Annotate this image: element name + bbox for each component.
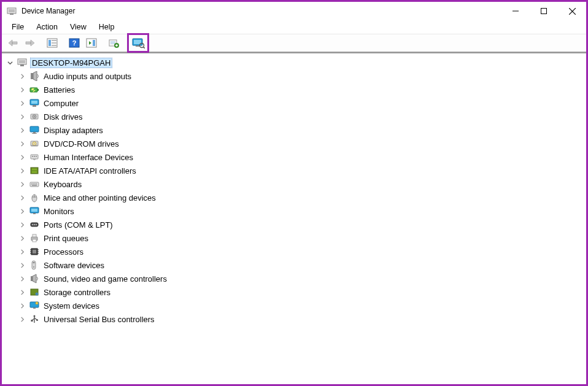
action-pane-button[interactable] <box>83 35 100 51</box>
tree-category-label: IDE ATA/ATAPI controllers <box>42 166 137 176</box>
storage-controller-icon <box>29 287 40 298</box>
chevron-right-icon[interactable] <box>18 234 26 242</box>
tree-category-label: System devices <box>42 301 101 311</box>
menu-help[interactable]: Help <box>93 21 121 33</box>
chevron-right-icon[interactable] <box>18 72 26 80</box>
tree-category[interactable]: DVD/CD-ROM drives <box>3 137 585 150</box>
tree-root-label: DESKTOP-M94PGAH <box>30 58 112 68</box>
tree-category[interactable]: IDE ATA/ATAPI controllers <box>3 164 585 177</box>
ide-controller-icon <box>29 165 40 176</box>
tree-category[interactable]: Storage controllers <box>3 285 585 299</box>
app-icon <box>7 6 17 16</box>
device-manager-window: Device Manager File Action View Help <box>0 0 588 386</box>
device-tree[interactable]: DESKTOP-M94PGAH Audio inputs and outputs… <box>2 53 586 328</box>
tree-category[interactable]: Disk drives <box>3 110 585 123</box>
tree-category-label: Universal Serial Bus controllers <box>42 315 156 324</box>
scan-hardware-button[interactable] <box>127 33 149 53</box>
tree-category[interactable]: System devices <box>3 299 585 312</box>
svg-rect-1 <box>10 14 14 15</box>
tree-category[interactable]: Human Interface Devices <box>3 150 585 164</box>
svg-rect-27 <box>20 64 24 66</box>
speaker-icon <box>29 71 40 82</box>
display-adapter-icon <box>29 125 40 136</box>
chevron-right-icon[interactable] <box>18 274 26 283</box>
tree-category-label: Mice and other pointing devices <box>42 193 157 203</box>
chevron-right-icon[interactable] <box>18 126 26 134</box>
tree-category[interactable]: Audio inputs and outputs <box>3 69 585 83</box>
tree-category[interactable]: Mice and other pointing devices <box>3 191 585 204</box>
update-driver-button[interactable] <box>105 35 122 51</box>
optical-drive-icon <box>29 138 40 149</box>
minimize-button[interactable] <box>501 2 530 20</box>
tree-category-label: Display adapters <box>42 126 104 135</box>
tree-category[interactable]: Keyboards <box>3 177 585 191</box>
hid-icon <box>29 152 40 163</box>
help-button[interactable]: ? <box>66 35 83 51</box>
chevron-right-icon[interactable] <box>18 139 26 148</box>
maximize-button[interactable] <box>530 2 558 20</box>
chevron-right-icon[interactable] <box>18 288 26 296</box>
tree-category-label: Print queues <box>42 234 90 243</box>
svg-line-24 <box>144 47 145 49</box>
svg-rect-15 <box>93 40 95 46</box>
sound-controller-icon <box>29 273 40 284</box>
usb-icon <box>29 314 40 325</box>
tree-category[interactable]: Sound, video and game controllers <box>3 272 585 285</box>
port-icon <box>29 219 40 230</box>
svg-rect-22 <box>136 45 139 47</box>
tree-category-label: Software devices <box>42 261 106 270</box>
chevron-right-icon[interactable] <box>18 112 26 121</box>
svg-rect-4 <box>541 9 547 14</box>
chevron-right-icon[interactable] <box>18 220 26 229</box>
tree-category-label: Batteries <box>42 85 76 95</box>
computer-icon <box>29 98 40 109</box>
battery-icon <box>29 84 40 95</box>
tree-category[interactable]: Batteries <box>3 83 585 96</box>
tree-category[interactable]: Computer <box>3 96 585 110</box>
chevron-right-icon[interactable] <box>18 99 26 107</box>
printer-icon <box>29 233 40 244</box>
close-button[interactable] <box>558 2 586 20</box>
chevron-right-icon[interactable] <box>18 166 26 175</box>
mouse-icon <box>29 192 40 203</box>
tree-category-label: Storage controllers <box>42 288 112 297</box>
chevron-right-icon[interactable] <box>18 301 26 310</box>
tree-root[interactable]: DESKTOP-M94PGAH <box>3 56 585 69</box>
monitor-icon <box>29 206 40 217</box>
svg-rect-8 <box>48 40 51 46</box>
chevron-right-icon[interactable] <box>18 315 26 323</box>
tree-category[interactable]: Ports (COM & LPT) <box>3 218 585 231</box>
menu-file[interactable]: File <box>6 21 30 33</box>
tree-category-label: Audio inputs and outputs <box>42 72 133 81</box>
menu-view[interactable]: View <box>64 21 93 33</box>
chevron-down-icon[interactable] <box>6 58 14 67</box>
menu-action[interactable]: Action <box>30 21 64 33</box>
chevron-right-icon[interactable] <box>18 207 26 215</box>
tree-category[interactable]: Print queues <box>3 231 585 245</box>
svg-rect-10 <box>52 42 56 44</box>
chevron-right-icon[interactable] <box>18 261 26 269</box>
chevron-right-icon[interactable] <box>18 180 26 188</box>
titlebar: Device Manager <box>2 2 586 20</box>
svg-rect-18 <box>110 41 115 44</box>
chevron-right-icon[interactable] <box>18 193 26 202</box>
back-button[interactable] <box>4 35 21 51</box>
forward-button[interactable] <box>21 35 39 51</box>
keyboard-icon <box>29 179 40 190</box>
tree-category[interactable]: Software devices <box>3 258 585 272</box>
tree-category-label: Computer <box>42 99 80 108</box>
tree-category[interactable]: Monitors <box>3 204 585 218</box>
tree-category[interactable]: Display adapters <box>3 123 585 137</box>
chevron-right-icon[interactable] <box>18 247 26 256</box>
tree-category-label: Sound, video and game controllers <box>42 274 168 284</box>
tree-category-label: Disk drives <box>42 112 84 122</box>
tree-category[interactable]: Universal Serial Bus controllers <box>3 312 585 326</box>
svg-rect-9 <box>52 40 56 41</box>
show-hide-tree-button[interactable] <box>44 35 61 51</box>
chevron-right-icon[interactable] <box>18 85 26 94</box>
chevron-right-icon[interactable] <box>18 153 26 161</box>
software-device-icon <box>29 260 40 271</box>
tree-category-label: DVD/CD-ROM drives <box>42 139 120 149</box>
tree-category-label: Keyboards <box>42 180 83 189</box>
tree-category[interactable]: Processors <box>3 245 585 258</box>
